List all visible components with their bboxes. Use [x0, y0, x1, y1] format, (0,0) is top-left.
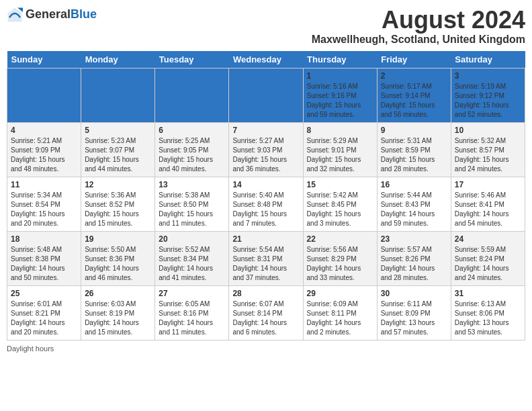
day-number: 4 [11, 126, 77, 135]
day-number: 31 [455, 289, 521, 298]
day-header-friday: Friday [377, 51, 451, 68]
day-info: Sunrise: 6:11 AM Sunset: 8:09 PM Dayligh… [381, 300, 447, 337]
day-number: 5 [85, 126, 151, 135]
day-info: Sunrise: 5:54 AM Sunset: 8:31 PM Dayligh… [232, 245, 299, 283]
day-number: 30 [381, 289, 447, 298]
calendar-cell: 21Sunrise: 5:54 AM Sunset: 8:31 PM Dayli… [229, 231, 303, 285]
day-info: Sunrise: 5:42 AM Sunset: 8:45 PM Dayligh… [307, 191, 373, 228]
day-header-thursday: Thursday [303, 51, 377, 68]
day-info: Sunrise: 5:56 AM Sunset: 8:29 PM Dayligh… [307, 245, 373, 283]
day-info: Sunrise: 6:07 AM Sunset: 8:14 PM Dayligh… [232, 300, 299, 337]
logo-blue-text: Blue [71, 7, 97, 21]
day-number: 12 [85, 180, 151, 189]
day-number: 15 [307, 180, 373, 189]
calendar-cell: 28Sunrise: 6:07 AM Sunset: 8:14 PM Dayli… [229, 285, 303, 340]
day-info: Sunrise: 5:46 AM Sunset: 8:41 PM Dayligh… [455, 191, 521, 228]
day-number: 3 [455, 71, 521, 81]
svg-marker-0 [8, 8, 22, 22]
day-number: 21 [232, 234, 299, 244]
day-info: Sunrise: 5:34 AM Sunset: 8:54 PM Dayligh… [11, 191, 77, 228]
footer-note: Daylight hours [7, 345, 525, 353]
day-info: Sunrise: 5:44 AM Sunset: 8:43 PM Dayligh… [381, 191, 447, 228]
day-number: 20 [159, 234, 225, 244]
calendar-cell: 22Sunrise: 5:56 AM Sunset: 8:29 PM Dayli… [303, 231, 377, 285]
day-info: Sunrise: 6:01 AM Sunset: 8:21 PM Dayligh… [11, 300, 77, 337]
calendar-cell: 3Sunrise: 5:19 AM Sunset: 9:12 PM Daylig… [451, 68, 525, 122]
logo: GeneralBlue [7, 7, 97, 23]
day-number: 1 [307, 71, 373, 81]
calendar-cell: 2Sunrise: 5:17 AM Sunset: 9:14 PM Daylig… [377, 68, 451, 122]
day-number: 19 [85, 234, 151, 244]
calendar-week-row: 1Sunrise: 5:16 AM Sunset: 9:16 PM Daylig… [7, 68, 525, 122]
day-info: Sunrise: 5:31 AM Sunset: 8:59 PM Dayligh… [381, 136, 447, 174]
day-number: 8 [307, 126, 373, 135]
day-info: Sunrise: 5:36 AM Sunset: 8:52 PM Dayligh… [85, 191, 151, 228]
calendar-cell: 10Sunrise: 5:32 AM Sunset: 8:57 PM Dayli… [451, 122, 525, 177]
day-info: Sunrise: 6:03 AM Sunset: 8:19 PM Dayligh… [85, 300, 151, 337]
day-number: 25 [11, 289, 77, 298]
day-number: 23 [381, 234, 447, 244]
calendar-cell: 14Sunrise: 5:40 AM Sunset: 8:48 PM Dayli… [229, 177, 303, 231]
day-info: Sunrise: 5:59 AM Sunset: 8:24 PM Dayligh… [455, 245, 521, 283]
day-info: Sunrise: 6:13 AM Sunset: 8:06 PM Dayligh… [455, 300, 521, 337]
general-blue-logo-icon [7, 7, 23, 23]
calendar-cell: 15Sunrise: 5:42 AM Sunset: 8:45 PM Dayli… [303, 177, 377, 231]
calendar-cell: 19Sunrise: 5:50 AM Sunset: 8:36 PM Dayli… [81, 231, 155, 285]
calendar-cell: 7Sunrise: 5:27 AM Sunset: 9:03 PM Daylig… [229, 122, 303, 177]
day-info: Sunrise: 5:48 AM Sunset: 8:38 PM Dayligh… [11, 245, 77, 283]
day-info: Sunrise: 5:52 AM Sunset: 8:34 PM Dayligh… [159, 245, 225, 283]
day-number: 7 [232, 126, 299, 135]
calendar-title: August 2024 [312, 7, 525, 34]
calendar-cell: 12Sunrise: 5:36 AM Sunset: 8:52 PM Dayli… [81, 177, 155, 231]
calendar-cell: 18Sunrise: 5:48 AM Sunset: 8:38 PM Dayli… [7, 231, 81, 285]
day-info: Sunrise: 5:23 AM Sunset: 9:07 PM Dayligh… [85, 136, 151, 174]
calendar-table: SundayMondayTuesdayWednesdayThursdayFrid… [7, 51, 525, 340]
day-info: Sunrise: 5:17 AM Sunset: 9:14 PM Dayligh… [381, 82, 447, 120]
day-info: Sunrise: 5:27 AM Sunset: 9:03 PM Dayligh… [232, 136, 299, 174]
day-info: Sunrise: 6:09 AM Sunset: 8:11 PM Dayligh… [307, 300, 373, 337]
calendar-cell: 30Sunrise: 6:11 AM Sunset: 8:09 PM Dayli… [377, 285, 451, 340]
calendar-cell: 8Sunrise: 5:29 AM Sunset: 9:01 PM Daylig… [303, 122, 377, 177]
calendar-cell: 5Sunrise: 5:23 AM Sunset: 9:07 PM Daylig… [81, 122, 155, 177]
calendar-cell: 26Sunrise: 6:03 AM Sunset: 8:19 PM Dayli… [81, 285, 155, 340]
day-number: 2 [381, 71, 447, 81]
day-number: 11 [11, 180, 77, 189]
day-number: 9 [381, 126, 447, 135]
day-header-saturday: Saturday [451, 51, 525, 68]
day-number: 16 [381, 180, 447, 189]
day-info: Sunrise: 5:16 AM Sunset: 9:16 PM Dayligh… [307, 82, 373, 120]
day-number: 22 [307, 234, 373, 244]
day-info: Sunrise: 5:40 AM Sunset: 8:48 PM Dayligh… [232, 191, 299, 228]
day-number: 28 [232, 289, 299, 298]
calendar-cell: 23Sunrise: 5:57 AM Sunset: 8:26 PM Dayli… [377, 231, 451, 285]
title-area: August 2024 Maxwellheugh, Scotland, Unit… [312, 7, 525, 46]
day-header-tuesday: Tuesday [155, 51, 229, 68]
calendar-cell: 31Sunrise: 6:13 AM Sunset: 8:06 PM Dayli… [451, 285, 525, 340]
calendar-week-row: 25Sunrise: 6:01 AM Sunset: 8:21 PM Dayli… [7, 285, 525, 340]
calendar-cell: 20Sunrise: 5:52 AM Sunset: 8:34 PM Dayli… [155, 231, 229, 285]
day-info: Sunrise: 5:21 AM Sunset: 9:09 PM Dayligh… [11, 136, 77, 174]
day-info: Sunrise: 6:05 AM Sunset: 8:16 PM Dayligh… [159, 300, 225, 337]
calendar-cell: 4Sunrise: 5:21 AM Sunset: 9:09 PM Daylig… [7, 122, 81, 177]
calendar-week-row: 18Sunrise: 5:48 AM Sunset: 8:38 PM Dayli… [7, 231, 525, 285]
calendar-cell: 25Sunrise: 6:01 AM Sunset: 8:21 PM Dayli… [7, 285, 81, 340]
day-number: 24 [455, 234, 521, 244]
calendar-cell: 27Sunrise: 6:05 AM Sunset: 8:16 PM Dayli… [155, 285, 229, 340]
calendar-cell [7, 68, 81, 122]
day-header-sunday: Sunday [7, 51, 81, 68]
calendar-cell [229, 68, 303, 122]
calendar-cell: 16Sunrise: 5:44 AM Sunset: 8:43 PM Dayli… [377, 177, 451, 231]
day-number: 29 [307, 289, 373, 298]
calendar-week-row: 4Sunrise: 5:21 AM Sunset: 9:09 PM Daylig… [7, 122, 525, 177]
calendar-cell: 29Sunrise: 6:09 AM Sunset: 8:11 PM Dayli… [303, 285, 377, 340]
day-number: 10 [455, 126, 521, 135]
calendar-week-row: 11Sunrise: 5:34 AM Sunset: 8:54 PM Dayli… [7, 177, 525, 231]
day-info: Sunrise: 5:32 AM Sunset: 8:57 PM Dayligh… [455, 136, 521, 174]
day-info: Sunrise: 5:19 AM Sunset: 9:12 PM Dayligh… [455, 82, 521, 120]
logo-general-text: General [26, 7, 71, 21]
calendar-subtitle: Maxwellheugh, Scotland, United Kingdom [312, 34, 525, 46]
day-info: Sunrise: 5:25 AM Sunset: 9:05 PM Dayligh… [159, 136, 225, 174]
day-number: 6 [159, 126, 225, 135]
day-info: Sunrise: 5:29 AM Sunset: 9:01 PM Dayligh… [307, 136, 373, 174]
calendar-cell: 1Sunrise: 5:16 AM Sunset: 9:16 PM Daylig… [303, 68, 377, 122]
